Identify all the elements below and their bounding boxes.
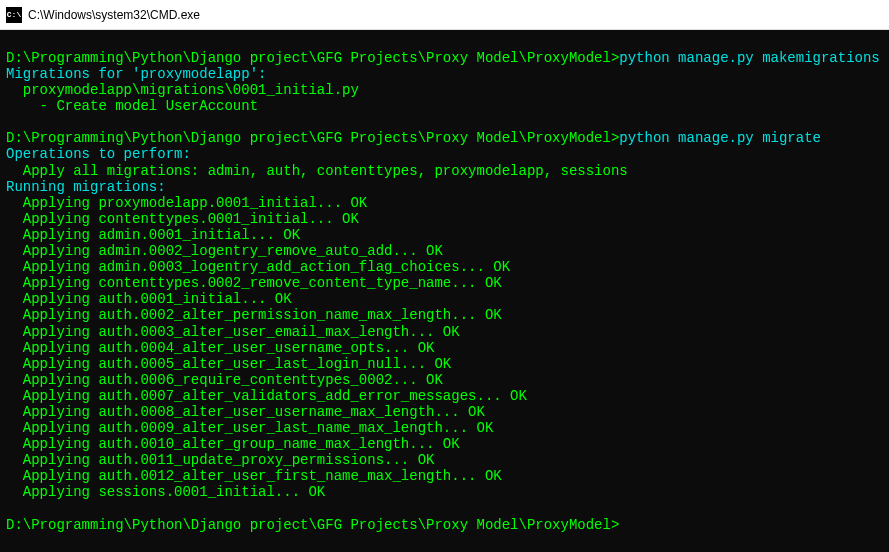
window-titlebar: C:\ C:\Windows\system32\CMD.exe (0, 0, 889, 30)
cursor (619, 519, 627, 533)
terminal-line: Apply all migrations: admin, auth, conte… (6, 163, 883, 179)
terminal-line: Applying auth.0001_initial... OK (6, 291, 883, 307)
terminal-line: Applying auth.0010_alter_group_name_max_… (6, 436, 883, 452)
terminal-line: D:\Programming\Python\Django project\GFG… (6, 517, 883, 533)
terminal-line: Applying sessions.0001_initial... OK (6, 484, 883, 500)
terminal-line: D:\Programming\Python\Django project\GFG… (6, 130, 883, 146)
terminal-line: - Create model UserAccount (6, 98, 883, 114)
command-text: python manage.py migrate (619, 130, 821, 146)
prompt-path: D:\Programming\Python\Django project\GFG… (6, 50, 619, 66)
terminal-line: Applying admin.0001_initial... OK (6, 227, 883, 243)
terminal-line: Applying auth.0003_alter_user_email_max_… (6, 324, 883, 340)
terminal-line: Applying auth.0002_alter_permission_name… (6, 307, 883, 323)
terminal-line: proxymodelapp\migrations\0001_initial.py (6, 82, 883, 98)
command-text: python manage.py makemigrations (619, 50, 879, 66)
terminal-line: Applying contenttypes.0001_initial... OK (6, 211, 883, 227)
terminal-line: Applying auth.0004_alter_user_username_o… (6, 340, 883, 356)
terminal-line: Applying contenttypes.0002_remove_conten… (6, 275, 883, 291)
terminal-line: Migrations for 'proxymodelapp': (6, 66, 883, 82)
prompt-path: D:\Programming\Python\Django project\GFG… (6, 517, 619, 533)
terminal-line: Applying auth.0008_alter_user_username_m… (6, 404, 883, 420)
cmd-icon: C:\ (6, 7, 22, 23)
prompt-path: D:\Programming\Python\Django project\GFG… (6, 130, 619, 146)
migration-list: Applying proxymodelapp.0001_initial... O… (6, 195, 883, 501)
terminal-body[interactable]: D:\Programming\Python\Django project\GFG… (0, 30, 889, 552)
terminal-line: Applying auth.0005_alter_user_last_login… (6, 356, 883, 372)
terminal-line: D:\Programming\Python\Django project\GFG… (6, 50, 883, 66)
terminal-line: Operations to perform: (6, 146, 883, 162)
terminal-line: Applying admin.0002_logentry_remove_auto… (6, 243, 883, 259)
terminal-line: Applying proxymodelapp.0001_initial... O… (6, 195, 883, 211)
terminal-line: Applying auth.0011_update_proxy_permissi… (6, 452, 883, 468)
terminal-line: Applying auth.0006_require_contenttypes_… (6, 372, 883, 388)
terminal-line: Applying admin.0003_logentry_add_action_… (6, 259, 883, 275)
terminal-line: Applying auth.0009_alter_user_last_name_… (6, 420, 883, 436)
terminal-line: Applying auth.0012_alter_user_first_name… (6, 468, 883, 484)
terminal-line: Applying auth.0007_alter_validators_add_… (6, 388, 883, 404)
terminal-line: Running migrations: (6, 179, 883, 195)
window-title: C:\Windows\system32\CMD.exe (28, 8, 200, 22)
